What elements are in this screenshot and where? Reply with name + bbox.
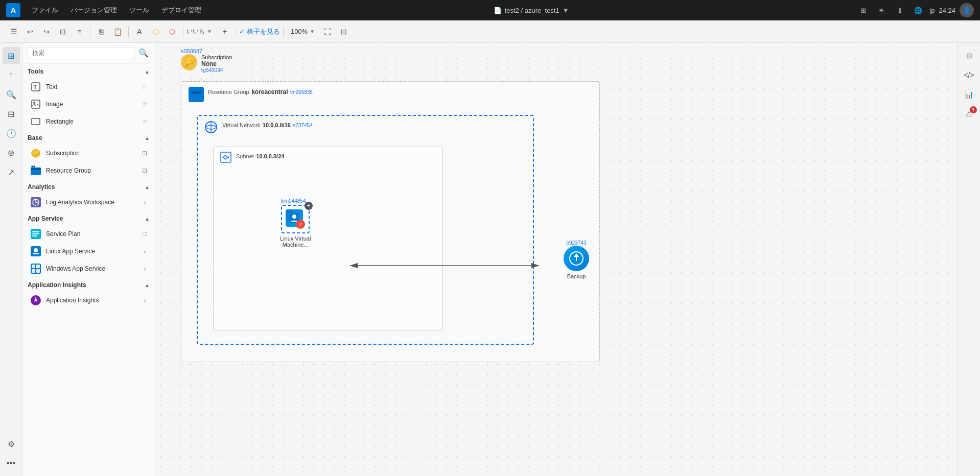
expand-btn[interactable]: ⛶	[320, 24, 335, 39]
svg-point-33	[223, 157, 224, 158]
vnet-container[interactable]: Virtual Network 10.0.0.0/16 s237454	[197, 115, 534, 345]
search-button[interactable]: 🔍	[137, 47, 150, 59]
subscription-box: 🔑 Subscription None rg543034	[181, 54, 232, 73]
backup-node[interactable]: b923743 Backup	[564, 240, 589, 279]
menu-tools[interactable]: ツール	[124, 4, 154, 17]
sun-icon[interactable]: ☀	[874, 3, 889, 17]
service-plan-icon	[30, 228, 42, 240]
menu-file[interactable]: ファイル	[27, 4, 63, 17]
tool-subscription[interactable]: 🔑 Subscription ⊡	[22, 145, 155, 162]
tool-text[interactable]: T Text ☆	[22, 78, 155, 96]
search-input[interactable]	[28, 47, 134, 59]
tool-rectangle[interactable]: Rectangle ☆	[22, 113, 155, 130]
copy-btn[interactable]: ⎘	[94, 24, 109, 39]
log-analytics-action[interactable]: ♪	[139, 197, 150, 207]
tool-log-analytics[interactable]: Log Analytics Workspace ♪	[22, 194, 155, 211]
svg-point-34	[228, 157, 229, 158]
svg-rect-27	[191, 91, 201, 94]
resource-group-container[interactable]: Resource Group koreacentral vn265835	[181, 81, 600, 362]
rg-info: Resource Group koreacentral vn265835	[208, 87, 313, 96]
separator-4	[236, 27, 236, 37]
history-icon[interactable]: 🕐	[3, 125, 20, 142]
redo-btn[interactable]: ↪	[39, 24, 54, 39]
vm-icon-stack: ↺	[286, 209, 305, 229]
grid-toggle[interactable]: ✓ 格子を見る	[239, 27, 280, 36]
zoom-fit-btn[interactable]: ⊡	[336, 24, 352, 39]
rectangle-tool-fav[interactable]: ☆	[139, 116, 150, 127]
text-tool-fav[interactable]: ☆	[139, 82, 150, 92]
zoom-dropdown-icon[interactable]: ▼	[310, 29, 315, 34]
base-label: Base	[28, 134, 42, 141]
erase-btn[interactable]: ⬡	[165, 24, 180, 39]
subscription-resize[interactable]: ⊡	[139, 148, 150, 158]
svg-rect-22	[36, 265, 40, 268]
globe-icon[interactable]: 🌐	[911, 3, 925, 17]
undo-btn[interactable]: ↩	[22, 24, 38, 39]
sidebar-toggle-btn[interactable]: ☰	[6, 24, 21, 39]
menu-version[interactable]: バージョン管理	[65, 4, 122, 17]
search-side-icon[interactable]: 🔍	[3, 86, 20, 103]
app-insights-icon	[30, 294, 42, 306]
svg-rect-8	[31, 168, 41, 170]
dropdown-icon[interactable]: ▼	[563, 7, 569, 14]
tool-windows-app-service[interactable]: Windows App Service ♪	[22, 260, 155, 277]
svg-rect-14	[32, 231, 39, 232]
zoom-control: 100% ▼	[287, 28, 319, 35]
clock: 24:24	[939, 7, 955, 14]
subnet-container[interactable]: Subnet 10.0.0.0/24 lvm044854... +	[213, 147, 443, 330]
menu-deploy[interactable]: デプロイ管理	[156, 4, 206, 17]
vm-node[interactable]: lvm044854... +	[280, 198, 311, 248]
right-notification-icon[interactable]: ⚠ 3	[961, 105, 978, 123]
paste-btn[interactable]: 📋	[110, 24, 125, 39]
tool-app-insights[interactable]: Application Insights ♪	[22, 292, 155, 309]
right-code-icon[interactable]: </>	[961, 66, 978, 84]
app-insights-action[interactable]: ♪	[139, 295, 150, 305]
base-section-header[interactable]: Base ▲	[22, 130, 155, 145]
list-btn[interactable]: ≡	[72, 24, 87, 39]
more-icon[interactable]: •••	[3, 455, 20, 472]
tools-section-header[interactable]: Tools ▲	[22, 64, 155, 78]
branch-selector[interactable]: いいも ▼	[186, 27, 212, 36]
svg-rect-2	[32, 100, 40, 108]
appinsights-chevron: ▲	[145, 282, 150, 288]
rectangle-tool-icon	[30, 115, 42, 128]
vm-plus-icon[interactable]: +	[305, 202, 313, 210]
shape-icon[interactable]: ⊞	[3, 47, 20, 64]
tool-linux-app-service[interactable]: Linux App Service ♪	[22, 243, 155, 260]
service-plan-label: Service Plan	[46, 230, 80, 237]
menu-right: ⊞ ☀ ℹ 🌐 jp 24:24 👤	[856, 3, 974, 17]
vnet-title: Virtual Network	[222, 122, 260, 128]
vm-label: Linux VirtualMachine...	[280, 235, 311, 248]
canvas-area[interactable]: s050687 🔑 Subscription None rg543034	[155, 43, 958, 476]
appinsights-section-header[interactable]: Application Insights ▲	[22, 277, 155, 292]
add-btn[interactable]: +	[217, 24, 232, 39]
linux-app-action[interactable]: ♪	[139, 246, 150, 256]
tool-image[interactable]: Image ☆	[22, 96, 155, 113]
image-tool-fav[interactable]: ☆	[139, 99, 150, 109]
avatar[interactable]: 👤	[960, 3, 974, 17]
vnet-icon	[204, 120, 218, 134]
info-icon[interactable]: ℹ	[893, 3, 907, 17]
svg-point-10	[33, 165, 35, 168]
appservice-section-header[interactable]: App Service ▲	[22, 211, 155, 225]
right-chart-icon[interactable]: 📊	[961, 86, 978, 103]
settings-icon[interactable]: ⚙	[3, 435, 20, 453]
windows-app-action[interactable]: ♪	[139, 264, 150, 274]
layers-icon[interactable]: ⊟	[3, 105, 20, 123]
upload-icon[interactable]: ↑	[3, 66, 20, 84]
tool-resource-group[interactable]: Resource Group ⊡	[22, 162, 155, 179]
fill-btn[interactable]: ⬡	[148, 24, 164, 39]
vm-icon-wrapper[interactable]: +	[281, 205, 310, 233]
right-sidebar-icon[interactable]: ⊟	[961, 47, 978, 64]
share-icon[interactable]: ↗	[3, 163, 20, 181]
split-btn[interactable]: ⊡	[55, 24, 71, 39]
analytics-section-header[interactable]: Analytics ▲	[22, 179, 155, 194]
text-btn[interactable]: A	[132, 24, 147, 39]
tool-service-plan[interactable]: Service Plan □	[22, 225, 155, 243]
rg-resize[interactable]: ⊡	[139, 165, 150, 176]
layout-icon[interactable]: ⊞	[856, 3, 870, 17]
separator-1	[90, 27, 90, 37]
rectangle-tool-label: Rectangle	[46, 118, 74, 125]
service-plan-action[interactable]: □	[139, 229, 150, 239]
connection-icon[interactable]: ⊛	[3, 144, 20, 161]
